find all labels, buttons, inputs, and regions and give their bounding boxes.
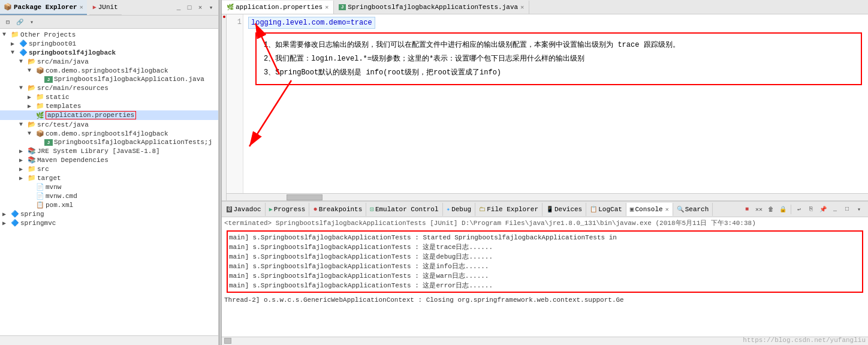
close-tab-tests[interactable]: ✕ (520, 4, 524, 11)
tree-item-other-projects[interactable]: ▼ 📁 Other Projects (0, 30, 218, 39)
remove-terminated-btn[interactable]: ✕✕ (754, 204, 764, 215)
tab-emulator[interactable]: ⊡ Emulator Control (366, 203, 442, 216)
line-num-1: 1 (227, 17, 242, 28)
springboot-app-class-label: SpringbootslfajlogbackApplication.java (54, 76, 204, 83)
expand-templates[interactable]: ▶ (28, 103, 36, 110)
main-container: 📦 Package Explorer ✕ ▶ JUnit _ □ × ▾ ⊟ (0, 0, 868, 345)
package-explorer-tab[interactable]: 📦 Package Explorer ✕ (0, 0, 87, 15)
junit-tab[interactable]: ▶ JUnit (89, 0, 122, 15)
tree-container: ▼ 📁 Other Projects ▶ 🔷 springboot01 ▼ 🔷 (0, 29, 218, 335)
tab-springboot-tests[interactable]: J SpringbootslfajlogbackApplicationTests… (334, 1, 529, 14)
minimize-bottom-btn[interactable]: _ (830, 204, 840, 215)
maximize-bottom-btn[interactable]: □ (842, 204, 852, 215)
tree-item-springbootslf4jlogback[interactable]: ▼ 🔷 springbootslf4jlogback (0, 48, 218, 57)
expand-other-projects[interactable]: ▼ (2, 31, 11, 38)
expand-maven-deps[interactable]: ▶ (19, 157, 28, 164)
search-label: Search (685, 206, 709, 213)
scroll-lock-btn[interactable]: 🔒 (777, 204, 788, 215)
content-area: 📦 Package Explorer ✕ ▶ JUnit _ □ × ▾ ⊟ (0, 0, 868, 345)
close-console-tab[interactable]: ✕ (665, 206, 669, 213)
tree-item-mvnw[interactable]: ▶ 📄 mvnw (0, 182, 218, 191)
expand-target[interactable]: ▶ (19, 175, 28, 182)
terminated-text: <terminated> SpringbootslfajlogbackAppli… (224, 220, 756, 227)
tree-item-templates[interactable]: ▶ 📁 templates (0, 101, 218, 110)
tree-horizontal-scrollbar[interactable] (0, 335, 218, 345)
tree-item-static[interactable]: ▶ 📁 static (0, 92, 218, 101)
tab-search[interactable]: 🔍 Search (673, 203, 713, 216)
expand-com-demo-test[interactable]: ▼ (28, 130, 36, 137)
maven-deps-label: Maven Dependencies (37, 157, 108, 164)
panel-menu-btn[interactable]: ▾ (206, 3, 216, 13)
tree-item-jre-lib[interactable]: ▶ 📚 JRE System Library [JavaSE-1.8] (0, 146, 218, 155)
package-explorer-title: Package Explorer (14, 4, 77, 11)
editor-content-area: 1 logging.level.com.demo=trace 1、如果需要修改日… (227, 14, 868, 200)
expand-spring[interactable]: ▶ (2, 211, 11, 218)
expand-springmvc[interactable]: ▶ (2, 220, 11, 227)
pin-console-btn[interactable]: 📌 (818, 204, 828, 215)
close-tab-props[interactable]: ✕ (325, 4, 328, 11)
tab-console[interactable]: ▣ Console ✕ (626, 203, 673, 216)
tree-item-application-props[interactable]: ▶ 🌿 application.properties (0, 110, 218, 120)
logcat-icon: 📋 (590, 206, 597, 213)
tree-item-src-main-java[interactable]: ▼ 📂 src/main/java (0, 57, 218, 66)
tab-breakpoints[interactable]: ● Breakpoints (309, 203, 366, 216)
tree-item-src[interactable]: ▶ 📁 src (0, 164, 218, 173)
expand-com-demo[interactable]: ▼ (28, 67, 36, 74)
tree-item-com-demo-test-pkg[interactable]: ▼ 📦 com.demo.springbootslf4jlogback (0, 129, 218, 138)
panel-settings-btn[interactable]: ▾ (26, 17, 37, 28)
tree-item-springmvc[interactable]: ▶ 🔷 springmvc (0, 218, 218, 227)
tab-logcat[interactable]: 📋 LogCat (586, 203, 626, 216)
expand-src-test-java[interactable]: ▼ (19, 121, 28, 128)
tree-item-springboot-app-class[interactable]: ▶ J SpringbootslfajlogbackApplication.ja… (0, 75, 218, 83)
code-text-1: logging.level.com.demo=trace (251, 19, 372, 27)
tree-item-springboot-tests[interactable]: ▶ J SpringbootslfajlogbackApplicationTes… (0, 138, 218, 146)
stop-btn[interactable]: ■ (742, 204, 752, 215)
tree-item-pom-xml[interactable]: ▶ 📋 pom.xml (0, 200, 218, 209)
left-panel: 📦 Package Explorer ✕ ▶ JUnit _ □ × ▾ ⊟ (0, 0, 219, 345)
log-line-1: main] s.SpringbootslfajlogbackApplicatio… (229, 242, 861, 252)
editor-left-margin (222, 14, 227, 200)
close-panel-btn[interactable]: × (195, 3, 205, 13)
tree-item-maven-deps[interactable]: ▶ 📚 Maven Dependencies (0, 155, 218, 164)
view-menu-btn[interactable]: ▾ (854, 204, 864, 215)
code-area[interactable]: logging.level.com.demo=trace 1、如果需要修改日志输… (243, 14, 868, 200)
maximize-panel-btn[interactable]: □ (185, 3, 194, 13)
templates-label: templates (46, 103, 81, 110)
tab-javadoc[interactable]: @ Javadoc (223, 203, 266, 216)
console-content[interactable]: <terminated> SpringbootslfajlogbackAppli… (222, 217, 868, 337)
log-text-1: main] s.SpringbootslfajlogbackApplicatio… (229, 244, 493, 251)
terminated-line: <terminated> SpringbootslfajlogbackAppli… (224, 218, 866, 228)
expand-src-main-resources[interactable]: ▼ (19, 85, 28, 91)
expand-springboot01[interactable]: ▶ (11, 40, 19, 47)
tree-item-src-main-resources[interactable]: ▼ 📂 src/main/resources (0, 83, 218, 92)
tab-debug[interactable]: ✦ Debug (443, 203, 476, 216)
tree-item-target[interactable]: ▶ 📁 target (0, 173, 218, 182)
tree-item-com-demo-pkg[interactable]: ▼ 📦 com.demo.springbootslf4jlogback (0, 66, 218, 75)
springbootslf4jlogback-label: springbootslf4jlogback (29, 49, 116, 56)
link-editor-btn[interactable]: 🔗 (14, 17, 25, 28)
tree-item-springboot01[interactable]: ▶ 🔷 springboot01 (0, 39, 218, 48)
word-wrap-btn[interactable]: ↩ (794, 204, 804, 215)
panel-tab-icons: _ □ × ▾ (171, 0, 218, 15)
editor-h-scrollbar[interactable] (227, 193, 868, 200)
open-console-btn[interactable]: ⎘ (806, 204, 816, 215)
progress-icon: ▶ (269, 206, 273, 213)
minimize-panel-btn[interactable]: _ (174, 3, 183, 13)
tab-progress[interactable]: ▶ Progress (266, 203, 310, 216)
tree-item-src-test-java[interactable]: ▼ 📂 src/test/java (0, 120, 218, 129)
expand-static[interactable]: ▶ (28, 94, 36, 101)
expand-jre-lib[interactable]: ▶ (19, 148, 28, 155)
tree-item-spring[interactable]: ▶ 🔷 spring (0, 209, 218, 218)
collapse-all-btn[interactable]: ⊟ (2, 17, 13, 28)
tab-devices[interactable]: 📱 Devices (542, 203, 586, 216)
expand-src-main-java[interactable]: ▼ (19, 58, 28, 65)
tab-application-properties[interactable]: 🌿 application.properties ✕ (222, 1, 334, 14)
clear-console-btn[interactable]: 🗑 (765, 204, 776, 215)
annotation-line3: 3、SpringBoot默认的级别是 info(root级别，把root设置成了… (264, 66, 854, 80)
console-icon: ▣ (630, 205, 634, 213)
tab-file-explorer[interactable]: 🗀 File Explorer (475, 203, 542, 216)
tree-item-mvnw-cmd[interactable]: ▶ 📄 mvnw.cmd (0, 191, 218, 200)
expand-src[interactable]: ▶ (19, 166, 28, 173)
springmvc-label: springmvc (20, 220, 56, 227)
expand-springbootslf4j[interactable]: ▼ (11, 49, 19, 56)
